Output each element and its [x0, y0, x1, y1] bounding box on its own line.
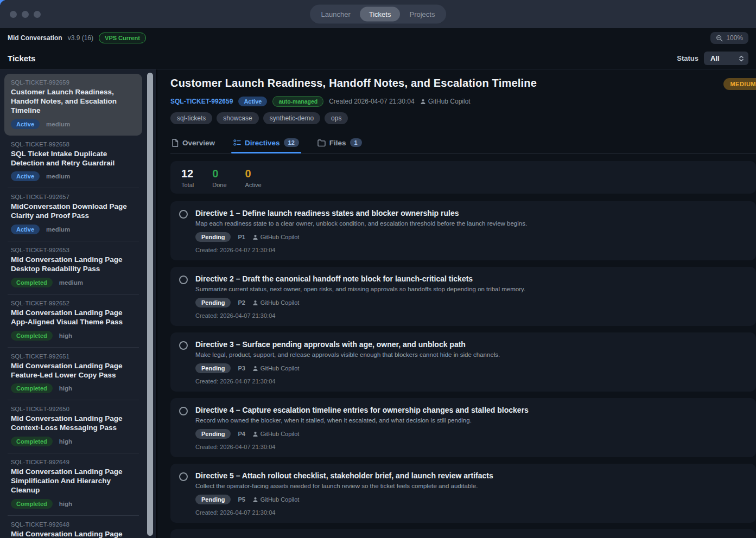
- tab-files[interactable]: Files 1: [316, 134, 363, 153]
- ticket-tags: sql-tickets showcase synthetic-demo ops: [170, 112, 756, 124]
- ticket-list-sidebar: SQL-TICKET-992659 Customer Launch Readin…: [0, 69, 157, 538]
- ticket-list-item[interactable]: SQL-TICKET-992652 Mid Conversation Landi…: [4, 294, 142, 347]
- ticket-title: Mid Conversation Landing Page Simplifica…: [11, 467, 136, 495]
- directive-checkbox[interactable]: [179, 472, 188, 481]
- ticket-title: SQL Ticket Intake Duplicate Detection an…: [11, 150, 136, 168]
- titlebar: Launcher Tickets Projects: [0, 0, 756, 28]
- directive-card: Directive 3 – Surface pending approvals …: [170, 332, 756, 392]
- tab-files-label: Files: [329, 139, 346, 147]
- status-filter-value: All: [710, 54, 720, 62]
- ticket-title: MidConversation Download Page Clarity an…: [11, 202, 136, 221]
- directive-description: Map each readiness state to a clear owne…: [195, 220, 527, 227]
- tab-overview-label: Overview: [182, 139, 215, 147]
- directives-list-icon: [233, 139, 241, 146]
- app-version: v3.9 (16): [68, 34, 93, 42]
- status-badge: Active: [11, 225, 40, 234]
- directive-owner: GitHub Copilot: [252, 496, 300, 503]
- directive-owner-name: GitHub Copilot: [261, 365, 300, 372]
- app-name: Mid Conversation: [8, 34, 62, 42]
- directive-title: Directive 1 – Define launch readiness st…: [195, 209, 527, 217]
- zoom-level-control[interactable]: 100%: [710, 32, 748, 44]
- priority-label: medium: [46, 226, 70, 233]
- directives-count-badge: 12: [284, 138, 299, 147]
- tag-pill: showcase: [217, 112, 258, 124]
- status-badge: Completed: [11, 331, 53, 341]
- directive-priority: P4: [238, 431, 245, 437]
- priority-label: high: [59, 501, 72, 507]
- stat-active: 0 Active: [245, 168, 262, 188]
- directive-title: Directive 3 – Surface pending approvals …: [195, 340, 500, 349]
- ticket-id: SQL-TICKET-992652: [11, 300, 136, 306]
- tag-pill: ops: [325, 112, 348, 124]
- priority-label: medium: [46, 173, 70, 180]
- status-badge: Active: [11, 171, 40, 181]
- directive-owner: GitHub Copilot: [252, 365, 300, 372]
- zoom-window-button[interactable]: [34, 11, 41, 18]
- directive-checkbox[interactable]: [179, 341, 188, 350]
- status-badge: Active: [11, 119, 40, 129]
- ticket-list-item[interactable]: SQL-TICKET-992648 Mid Conversation Landi…: [4, 516, 142, 538]
- directive-description: Record who owned the blocker, when it st…: [195, 417, 529, 424]
- tickets-header-bar: Tickets Status All: [0, 48, 756, 69]
- ticket-list-item[interactable]: SQL-TICKET-992649 Mid Conversation Landi…: [4, 453, 142, 515]
- magnifier-icon: [716, 35, 723, 42]
- stat-done-label: Done: [212, 182, 226, 188]
- directive-status-badge: Pending: [195, 429, 231, 439]
- ticket-list-item[interactable]: SQL-TICKET-992658 SQL Ticket Intake Dupl…: [4, 136, 142, 188]
- stat-done-value: 0: [212, 168, 226, 180]
- directive-title: Directive 4 – Capture escalation timelin…: [195, 406, 529, 414]
- tag-pill: sql-tickets: [170, 112, 212, 124]
- ticket-id: SQL-TICKET-992648: [11, 521, 136, 528]
- stat-total-label: Total: [181, 182, 194, 188]
- directive-card: Directive 1 – Define launch readiness st…: [170, 201, 756, 260]
- directive-created: Created: 2026-04-07 21:30:04: [195, 444, 529, 450]
- ticket-title: Mid Conversation Landing Page Feature-Le…: [11, 362, 136, 380]
- directive-description: Make legal, product, support, and releas…: [195, 351, 500, 358]
- ticket-id: SQL-TICKET-992659: [11, 79, 136, 86]
- directive-checkbox[interactable]: [179, 407, 188, 415]
- priority-label: high: [59, 385, 72, 392]
- directive-status-badge: Pending: [195, 298, 231, 308]
- directive-status-badge: Pending: [195, 363, 231, 373]
- directive-checkbox[interactable]: [179, 276, 188, 284]
- ticket-list-item[interactable]: SQL-TICKET-992651 Mid Conversation Landi…: [4, 348, 142, 400]
- ticket-list-item[interactable]: SQL-TICKET-992653 Mid Conversation Landi…: [4, 241, 142, 294]
- ticket-created-text: Created 2026-04-07 21:30:04: [329, 98, 414, 105]
- ticket-list-item[interactable]: SQL-TICKET-992657 MidConversation Downlo…: [4, 188, 142, 241]
- ticket-id: SQL-TICKET-992653: [11, 247, 136, 253]
- ticket-id: SQL-TICKET-992650: [11, 406, 136, 412]
- status-filter-label: Status: [677, 54, 698, 62]
- ticket-list-item[interactable]: SQL-TICKET-992650 Mid Conversation Landi…: [4, 400, 142, 453]
- folder-icon: [317, 139, 326, 146]
- sidebar-scrollbar[interactable]: [147, 73, 153, 536]
- ticket-id: SQL-TICKET-992658: [11, 141, 136, 148]
- close-window-button[interactable]: [10, 11, 17, 18]
- directive-owner-name: GitHub Copilot: [261, 431, 300, 437]
- page-title: Tickets: [8, 54, 35, 63]
- ticket-detail-panel: MEDIUM Customer Launch Readiness, Handof…: [157, 69, 756, 538]
- status-filter-select[interactable]: All: [704, 52, 748, 65]
- nav-tab-launcher[interactable]: Launcher: [312, 7, 360, 22]
- files-count-badge: 1: [350, 138, 362, 147]
- status-badge: Completed: [11, 499, 53, 509]
- tab-directives[interactable]: Directives 12: [232, 134, 300, 153]
- ticket-title: Mid Conversation Landing Page Context-Lo…: [11, 414, 136, 433]
- stat-active-label: Active: [245, 182, 262, 188]
- directive-card: Directive 6 – Normalize release status b…: [170, 529, 756, 538]
- document-icon: [171, 139, 179, 147]
- ticket-list-item[interactable]: SQL-TICKET-992659 Customer Launch Readin…: [4, 74, 142, 136]
- stat-total: 12 Total: [181, 168, 194, 188]
- nav-tab-projects[interactable]: Projects: [400, 7, 444, 22]
- ticket-id: SQL-TICKET-992657: [11, 194, 136, 200]
- nav-tab-tickets[interactable]: Tickets: [360, 7, 401, 22]
- ticket-title: Mid Conversation Landing Page Sales Rewr…: [11, 530, 136, 538]
- ticket-detail-title: Customer Launch Readiness, Handoff Notes…: [170, 77, 537, 89]
- app-meta-bar: Mid Conversation v3.9 (16) VPS Current 1…: [0, 28, 756, 48]
- directive-checkbox[interactable]: [179, 210, 188, 219]
- directive-title: Directive 2 – Draft the canonical handof…: [195, 274, 525, 283]
- directives-panel: 12 Total 0 Done 0 Active Directi: [170, 153, 756, 538]
- directive-owner: GitHub Copilot: [252, 431, 300, 437]
- tab-overview[interactable]: Overview: [170, 134, 216, 153]
- minimize-window-button[interactable]: [22, 11, 29, 18]
- ticket-id-link[interactable]: SQL-TICKET-992659: [170, 98, 233, 105]
